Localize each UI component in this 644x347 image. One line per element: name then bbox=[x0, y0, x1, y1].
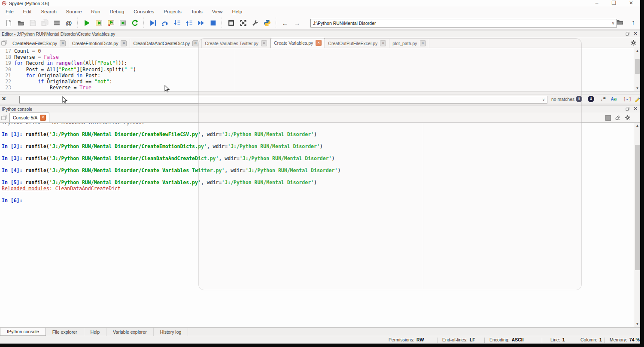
find-next-button[interactable]: ⬇ bbox=[588, 96, 594, 102]
preferences-button[interactable] bbox=[250, 18, 260, 27]
float-pane-icon[interactable] bbox=[625, 107, 630, 111]
scroll-down-arrow-icon[interactable]: ▼ bbox=[634, 86, 641, 90]
ipython-console-output[interactable]: IPython 6.4.0 -- An enhanced Interactive… bbox=[0, 123, 634, 327]
clear-console-eraser-icon[interactable] bbox=[615, 115, 621, 121]
menu-item-consoles[interactable]: Consoles bbox=[129, 9, 159, 14]
back-button[interactable]: ← bbox=[280, 18, 290, 27]
line-number: 20 bbox=[0, 67, 14, 73]
tab-label: Create Variables Twitter.py bbox=[205, 41, 258, 46]
console-scrollbar-thumb[interactable] bbox=[635, 145, 640, 270]
chevron-down-icon[interactable]: ∨ bbox=[540, 97, 547, 102]
minimize-button[interactable]: – bbox=[594, 0, 600, 6]
forward-button[interactable]: → bbox=[292, 18, 302, 27]
close-button[interactable]: ✕ bbox=[628, 0, 634, 6]
editor-tab-createnewfilecsv-py[interactable]: CreateNewFileCSV.py✕ bbox=[9, 39, 69, 48]
debug-file-button[interactable] bbox=[148, 18, 158, 27]
working-directory-combobox[interactable]: J:\Python RUN\Mental Disorder ∨ bbox=[310, 19, 617, 27]
menu-item-file[interactable]: File bbox=[1, 9, 18, 14]
tab-label: CreateNewFileCSV.py bbox=[12, 41, 57, 46]
regex-toggle[interactable]: .* bbox=[600, 96, 606, 102]
console-options-gear-icon[interactable] bbox=[625, 115, 631, 121]
debug-stop-button[interactable] bbox=[208, 18, 218, 27]
find-status-text: no matches bbox=[551, 97, 574, 102]
close-tab-icon[interactable]: ✕ bbox=[121, 40, 127, 46]
run-selection-button[interactable] bbox=[118, 18, 128, 27]
file-switcher-button[interactable] bbox=[52, 18, 61, 27]
code-editor[interactable]: 17Count = 018Reverse = False19for Record… bbox=[0, 48, 634, 91]
close-tab-icon[interactable]: ✕ bbox=[261, 40, 267, 46]
step-over-button[interactable] bbox=[160, 18, 170, 27]
close-tab-icon[interactable]: ✕ bbox=[192, 40, 198, 46]
bottom-tab-ipython-console[interactable]: IPython console bbox=[0, 328, 46, 336]
rerun-cell-button[interactable] bbox=[130, 18, 140, 27]
fullscreen-button[interactable] bbox=[238, 18, 248, 27]
browse-tabs-icon[interactable] bbox=[1, 40, 9, 46]
find-previous-button[interactable]: ⬆ bbox=[576, 96, 582, 102]
bottom-tab-variable-explorer[interactable]: Variable explorer bbox=[106, 328, 154, 336]
menu-item-debug[interactable]: Debug bbox=[105, 9, 129, 14]
editor-tab-create-variables-twitter-py[interactable]: Create Variables Twitter.py✕ bbox=[202, 39, 270, 48]
float-pane-icon[interactable] bbox=[625, 31, 630, 36]
save-all-button[interactable] bbox=[40, 18, 49, 27]
close-tab-icon[interactable]: ✕ bbox=[40, 115, 46, 121]
close-tab-icon[interactable]: ✕ bbox=[316, 40, 322, 46]
editor-tab-create-variables-py[interactable]: Create Variables.py✕ bbox=[270, 38, 325, 48]
run-file-button[interactable] bbox=[82, 18, 91, 27]
close-tab-icon[interactable]: ✕ bbox=[420, 40, 426, 46]
tab-label: CreateEmotionDicts.py bbox=[72, 41, 118, 46]
console-scrollbar[interactable]: ▲ ▼ bbox=[634, 123, 640, 327]
menu-item-source[interactable]: Source bbox=[61, 9, 86, 14]
scroll-up-arrow-icon[interactable]: ▲ bbox=[634, 124, 641, 128]
close-tab-icon[interactable]: ✕ bbox=[380, 40, 386, 46]
menu-item-run[interactable]: Run bbox=[86, 9, 105, 14]
new-file-button[interactable] bbox=[4, 18, 13, 27]
maximize-pane-button[interactable] bbox=[226, 18, 236, 27]
bottom-tab-help[interactable]: Help bbox=[84, 328, 107, 336]
editor-tab-cleandataandcreatedict-py[interactable]: CleanDataAndCreateDict.py✕ bbox=[130, 39, 202, 48]
python-env-button[interactable] bbox=[262, 18, 272, 27]
menu-item-help[interactable]: Help bbox=[227, 9, 247, 14]
go-up-button[interactable]: ↑ bbox=[629, 17, 638, 27]
debug-continue-button[interactable] bbox=[196, 18, 206, 27]
whole-word-toggle[interactable]: [-] bbox=[623, 96, 632, 102]
restore-button[interactable]: ❐ bbox=[611, 0, 617, 6]
save-button[interactable] bbox=[28, 18, 37, 27]
editor-tab-creatoutputfileexcel-py[interactable]: CreatOutPutFileExcel.py✕ bbox=[325, 39, 389, 48]
menu-item-search[interactable]: Search bbox=[36, 9, 61, 14]
close-tab-icon[interactable]: ✕ bbox=[60, 40, 66, 46]
editor-options-gear-icon[interactable] bbox=[630, 40, 637, 46]
run-cell-advance-button[interactable] bbox=[106, 18, 115, 27]
browse-tabs-icon[interactable] bbox=[1, 114, 9, 121]
menu-item-projects[interactable]: Projects bbox=[159, 9, 186, 14]
search-input[interactable]: ∨ bbox=[19, 96, 547, 103]
menu-item-tools[interactable]: Tools bbox=[186, 9, 207, 14]
editor-scrollbar-thumb[interactable] bbox=[635, 59, 640, 74]
code-line: 21 for OriginalWord in Post: bbox=[0, 73, 634, 79]
menu-item-edit[interactable]: Edit bbox=[18, 9, 36, 14]
code-text: for OriginalWord in Post: bbox=[14, 73, 100, 79]
console-line: In [1]: runfile('J:/Python RUN/Mental Di… bbox=[2, 131, 634, 137]
browse-directory-button[interactable] bbox=[615, 17, 624, 27]
editor-scrollbar[interactable]: ▲ ▼ bbox=[634, 48, 640, 91]
bottom-tab-file-explorer[interactable]: File explorer bbox=[46, 328, 84, 336]
step-return-button[interactable] bbox=[184, 18, 194, 27]
code-line: 23 Reverse = True bbox=[0, 85, 634, 91]
editor-tab-createemotiondicts-py[interactable]: CreateEmotionDicts.py✕ bbox=[69, 39, 130, 48]
close-pane-icon[interactable]: ✕ bbox=[633, 31, 638, 36]
menu-item-view[interactable]: View bbox=[207, 9, 228, 14]
step-into-button[interactable] bbox=[172, 18, 182, 27]
close-pane-icon[interactable]: ✕ bbox=[633, 107, 638, 111]
find-symbols-button[interactable]: @ bbox=[64, 18, 73, 27]
run-cell-button[interactable] bbox=[94, 18, 103, 27]
scroll-down-arrow-icon[interactable]: ▼ bbox=[634, 322, 641, 326]
title-bar: Spyder (Python 3.6) – ❐ ✕ bbox=[0, 0, 640, 6]
open-file-button[interactable] bbox=[16, 18, 25, 27]
console-tab[interactable]: Console 5/A ✕ bbox=[9, 113, 49, 122]
bottom-tab-history-log[interactable]: History log bbox=[154, 328, 188, 336]
scroll-up-arrow-icon[interactable]: ▲ bbox=[634, 49, 641, 53]
inspect-icon[interactable] bbox=[605, 115, 611, 121]
close-find-icon[interactable]: ✕ bbox=[2, 96, 6, 101]
editor-tab-plot-path-py[interactable]: plot_path.py✕ bbox=[389, 39, 429, 48]
bottom-pane-tabs: IPython consoleFile explorerHelpVariable… bbox=[0, 327, 640, 336]
case-sensitive-toggle[interactable]: Aa bbox=[611, 96, 617, 102]
